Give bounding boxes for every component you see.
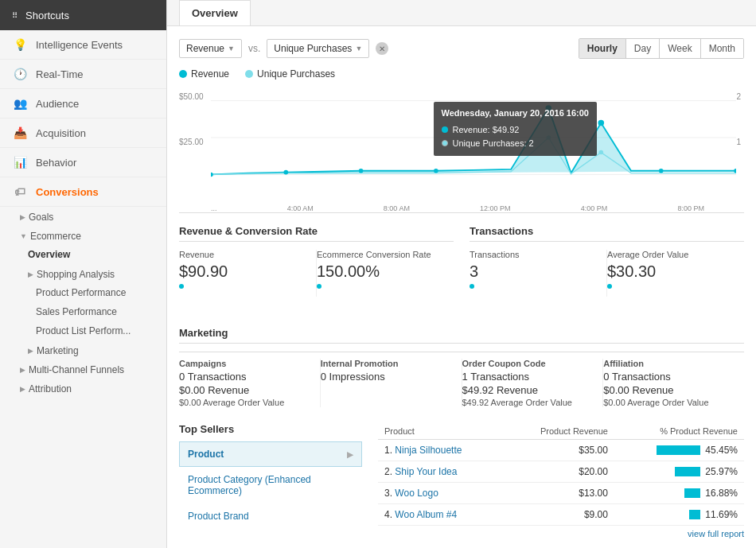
sidebar-item-audience[interactable]: 👥 Audience [0, 89, 166, 119]
acquisition-icon: 📥 [12, 126, 28, 139]
svg-point-5 [598, 120, 605, 126]
y-label-right-1: 1 [736, 138, 741, 146]
sidebar-item-acquisition[interactable]: 📥 Acquisition [0, 119, 166, 148]
sidebar-group-attribution[interactable]: ▶ Attribution [0, 379, 166, 398]
product-link[interactable]: Ninja Silhouette [395, 445, 462, 456]
product-link[interactable]: Ship Your Idea [395, 466, 457, 477]
stats-area: Revenue & Conversion Rate Revenue $90.90… [179, 225, 744, 313]
sidebar-item-realtime[interactable]: 🕐 Real-Time [0, 60, 166, 89]
marketing-grid: Campaigns 0 Transactions $0.00 Revenue $… [179, 352, 744, 407]
sidebar-group-goals[interactable]: ▶ Goals [0, 207, 166, 226]
x-label-8am: 8:00 AM [384, 204, 410, 212]
table-row: 4. Woo Album #4 $9.00 11.69% [378, 504, 744, 526]
time-btn-hourly[interactable]: Hourly [579, 39, 626, 58]
goals-arrow-icon: ▶ [20, 213, 25, 221]
main-content: Overview Revenue ▼ vs. Unique Purchases … [167, 0, 756, 548]
mkt-affiliation: Affiliation 0 Transactions $0.00 Revenue… [603, 359, 744, 407]
x-label-8pm: 8:00 PM [677, 204, 704, 212]
sidebar-item-intelligence[interactable]: 💡 Intelligence Events [0, 30, 166, 60]
sidebar: ⠿ Shortcuts 💡 Intelligence Events 🕐 Real… [0, 0, 167, 548]
vs-label: vs. [248, 43, 260, 54]
sidebar-item-sales-perf[interactable]: Sales Performance [0, 302, 166, 321]
chart-legend: Revenue Unique Purchases [179, 68, 744, 80]
stat-revenue-label: Revenue [179, 250, 304, 259]
controls-row: Revenue ▼ vs. Unique Purchases ▼ ✕ Hourl… [179, 38, 744, 59]
rcr-title: Revenue & Conversion Rate [179, 225, 454, 242]
top-sellers-section: Top Sellers Product ▶ Product Category (… [179, 423, 744, 538]
top-sellers-right: Product Product Revenue % Product Revenu… [378, 423, 744, 538]
top-sellers-item-brand[interactable]: Product Brand [179, 503, 362, 529]
col-revenue: Product Revenue [503, 423, 614, 440]
stat-transactions-value: 3 [470, 262, 594, 281]
mkt-coupon-aov: $49.92 Average Order Value [462, 398, 591, 407]
marketing-section: Marketing Campaigns 0 Transactions $0.00… [179, 327, 744, 407]
metric1-dropdown[interactable]: Revenue ▼ [179, 39, 242, 58]
stat-transactions-dot [470, 284, 474, 289]
svg-point-11 [734, 169, 736, 173]
chart-container: $50.00 $25.00 2 1 [179, 86, 744, 213]
sidebar-item-overview[interactable]: Overview [0, 245, 166, 264]
x-label-0: ... [211, 204, 217, 212]
stat-transactions: Transactions 3 [470, 250, 607, 297]
purchases-legend-label: Unique Purchases [257, 68, 335, 80]
purchases-legend-dot [245, 70, 253, 78]
metric2-dropdown[interactable]: Unique Purchases ▼ [267, 39, 369, 58]
time-btn-month[interactable]: Month [701, 39, 743, 58]
top-sellers-item-category[interactable]: Product Category (Enhanced Ecommerce) [179, 467, 362, 503]
stat-ecr-dot [317, 284, 321, 289]
controls-left: Revenue ▼ vs. Unique Purchases ▼ ✕ [179, 39, 388, 58]
view-full-report[interactable]: view full report [378, 529, 744, 538]
mkt-coupon-revenue: $49.92 Revenue [462, 384, 591, 396]
stats-transactions: Transactions Transactions 3 Average Orde… [470, 225, 744, 313]
stat-aov-dot [607, 284, 612, 289]
svg-point-4 [546, 105, 552, 111]
product-link[interactable]: Woo Album #4 [395, 509, 457, 520]
mkt-affiliation-aov: $0.00 Average Order Value [603, 398, 732, 407]
sidebar-item-conversions[interactable]: 🏷 Conversions [0, 177, 166, 207]
top-sellers-item-product[interactable]: Product ▶ [179, 441, 362, 467]
sidebar-shopping-label: Shopping Analysis [37, 269, 115, 280]
sidebar-item-product-list[interactable]: Product List Perform... [0, 321, 166, 340]
audience-icon: 👥 [12, 97, 28, 110]
mkt-affiliation-label: Affiliation [603, 359, 732, 368]
product-link[interactable]: Woo Logo [395, 488, 438, 499]
sidebar-group-ecommerce[interactable]: ▼ Ecommerce [0, 226, 166, 245]
sidebar-group-multichannel[interactable]: ▶ Multi-Channel Funnels [0, 360, 166, 379]
x-label-4pm: 4:00 PM [581, 204, 608, 212]
attribution-arrow-icon: ▶ [20, 385, 25, 393]
y-label-50: $50.00 [179, 92, 204, 101]
mkt-campaigns-aov: $0.00 Average Order Value [179, 398, 308, 407]
product-arrow-icon: ▶ [347, 450, 353, 459]
mkt-coupon: Order Coupon Code 1 Transactions $49.92 … [462, 359, 604, 407]
close-comparison-button[interactable]: ✕ [376, 42, 388, 55]
sidebar-shortcuts[interactable]: ⠿ Shortcuts [0, 0, 166, 30]
shopping-arrow-icon: ▶ [28, 270, 33, 278]
time-btn-day[interactable]: Day [626, 39, 660, 58]
time-buttons: Hourly Day Week Month [579, 38, 744, 59]
sidebar-item-behavior[interactable]: 📊 Behavior [0, 148, 166, 177]
legend-purchases: Unique Purchases [245, 68, 335, 80]
sidebar-group-shopping[interactable]: ▶ Shopping Analysis [0, 264, 166, 283]
sidebar-multichannel-label: Multi-Channel Funnels [29, 364, 124, 375]
revenue-legend-dot [179, 70, 187, 78]
sidebar-marketing-label: Marketing [37, 345, 79, 356]
sidebar-group-marketing[interactable]: ▶ Marketing [0, 340, 166, 360]
mkt-affiliation-revenue: $0.00 Revenue [603, 384, 732, 396]
stat-transactions-label: Transactions [470, 250, 594, 259]
tab-overview[interactable]: Overview [179, 0, 251, 25]
mkt-coupon-label: Order Coupon Code [462, 359, 591, 368]
sidebar-product-perf-label: Product Performance [36, 287, 126, 298]
shortcuts-icon: ⠿ [12, 11, 19, 20]
bar-chart [657, 445, 700, 455]
top-sellers-title: Top Sellers [179, 423, 362, 435]
sidebar-item-product-perf[interactable]: Product Performance [0, 283, 166, 302]
revenue-legend-label: Revenue [191, 68, 229, 80]
mkt-coupon-count: 1 Transactions [462, 371, 591, 383]
table-row: 3. Woo Logo $13.00 16.88% [378, 483, 744, 504]
time-btn-week[interactable]: Week [660, 39, 700, 58]
svg-point-6 [211, 173, 213, 177]
sidebar-ecommerce-label: Ecommerce [30, 231, 81, 242]
mkt-affiliation-count: 0 Transactions [603, 371, 732, 383]
svg-point-10 [659, 169, 664, 173]
bar-chart [689, 510, 700, 519]
